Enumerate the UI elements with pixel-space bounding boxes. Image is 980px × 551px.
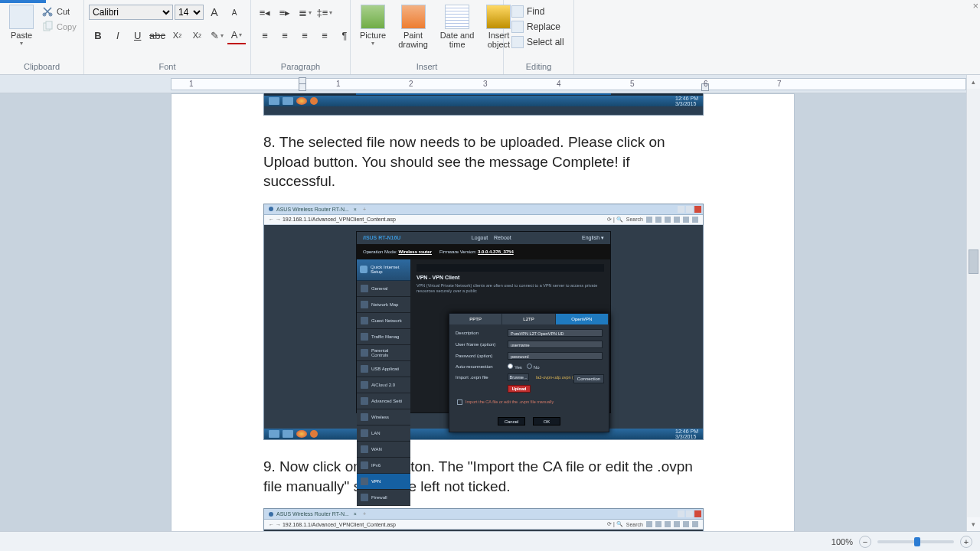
bullets-button[interactable]: ≣ [296,3,314,21]
dec-indent-button[interactable]: ≡◂ [256,3,274,21]
fld-desc: PureVPN L2T OpenVPN UD [508,329,603,337]
zoom-knob[interactable] [914,537,920,546]
align-center-button[interactable]: ≡ [276,26,294,44]
insert-paint-button[interactable]: Paint drawing [394,3,433,51]
router-sb-item: AiCloud 2.0 [357,377,410,393]
d2: 3/3/2015 [675,434,696,439]
t2: 12:46 PM [675,429,698,434]
ry: Yes [514,365,522,370]
asus-favicon [269,207,273,211]
font-name-select[interactable]: Calibri [89,5,173,20]
step8-text[interactable]: 8. The selected file now needs to be upl… [263,132,702,191]
justify-button[interactable]: ≡ [315,26,334,44]
ruler-num: 3 [483,80,488,88]
embedded-image-1[interactable]: 12:46 PM3/3/2015 [263,93,704,116]
tb-time: 12:46 PM [675,96,698,101]
logout-link: Logout [472,235,488,240]
group-editing-label: Editing [504,60,573,74]
line-spacing-button[interactable]: ‡≡ [315,3,334,21]
copy-button[interactable]: Copy [41,20,77,34]
date-icon [445,5,469,29]
scroll-thumb[interactable] [969,249,978,274]
firefox-icon [310,97,318,105]
router-sidebar: Quick InternetSetup GeneralNetwork MapGu… [357,259,410,412]
router-desc: VPN (Virtual Private Network) clients ar… [416,283,604,294]
align-left-button[interactable]: ≡ [256,26,274,44]
router-sb-item: LAN [357,425,410,442]
replace-icon [511,21,524,33]
fld-desc-label: Description [456,331,503,335]
selectall-button[interactable]: Select all [508,35,567,49]
zoom-slider[interactable] [877,540,954,543]
step9-text[interactable]: 9. Now click on OK button. The "Import t… [263,457,702,496]
tab-openvpn: OpenVPN [556,314,609,324]
selectall-label: Select all [527,37,564,47]
url-text: 192.168.1.1/Advanced_VPNClient_Content.a… [283,217,396,222]
paste-label: Paste [11,31,32,40]
strikethrough-button[interactable]: abc [149,26,167,44]
status-bar: 100% − + [0,531,980,551]
cut-button[interactable]: Cut [41,5,77,18]
hanging-indent-marker[interactable] [299,83,306,91]
ruler-num: 2 [409,80,413,88]
font-color-button[interactable]: A [227,26,246,44]
ruler-num: 4 [557,80,561,88]
inc-indent-button[interactable]: ≡▸ [276,3,294,21]
browser-tab-bar: ASUS Wireless Router RT-N... ×+ [264,204,703,215]
superscript-button[interactable]: X2 [188,26,206,44]
ruler-num: 7 [777,80,782,88]
cut-label: Cut [57,7,70,16]
scroll-down-button[interactable]: ▾ [967,517,980,531]
bold-button[interactable]: B [89,26,107,44]
fld-user-label: User Name (option) [456,342,503,347]
find-button[interactable]: Find [508,5,567,18]
paste-button[interactable]: Paste ▾ [5,3,38,48]
router-sb-item: Network Map [357,297,410,313]
zoom-out-button[interactable]: − [859,536,871,548]
group-font-label: Font [84,60,250,74]
connection-button: Connection [573,374,604,383]
ribbon: Paste ▾ Cut Copy Clipboard Calibri 14 A [0,0,980,75]
fld-user: username [508,341,603,348]
zoom-in-button[interactable]: + [960,536,972,548]
mode-v: Wireless router [398,249,432,254]
picture-icon [361,5,385,29]
scroll-up-button[interactable]: ▴ [967,75,980,89]
italic-button[interactable]: I [109,26,127,44]
browser-url-bar: ← → 192.168.1.1/Advanced_VPNClient_Conte… [264,215,703,225]
align-right-button[interactable]: ≡ [296,26,314,44]
fw-k: Firmware Version: [439,249,476,254]
underline-button[interactable]: U [129,26,147,44]
router-sb-item: VPN [357,474,410,490]
insert-picture-button[interactable]: Picture▾ [355,3,390,48]
grow-font-button[interactable]: A [205,3,224,21]
explorer-icon [283,97,293,105]
highlight-button[interactable]: ✎ [207,26,226,44]
router-sb-item: USB Applicati [357,361,410,377]
subscript-button[interactable]: X2 [168,26,187,44]
router-h1: VPN - VPN Client [416,275,604,280]
ruler-num: 6 [704,80,708,88]
zoom-label: 100% [831,537,853,546]
upload-button: Upload [508,385,531,393]
s2: Setup [371,269,410,274]
start-icon [269,97,279,105]
fld-import-label: Import .ovpn file [456,375,503,380]
window-close-icon[interactable]: × [972,0,978,11]
vertical-scrollbar[interactable]: ▴ ▾ [966,75,980,531]
radio-yes [508,364,513,369]
group-paragraph-label: Paragraph [251,60,350,74]
font-size-select[interactable]: 14 [175,5,204,20]
document-viewport[interactable]: 12:46 PM3/3/2015 8. The selected file no… [0,93,966,531]
replace-button[interactable]: Replace [508,20,567,34]
shrink-font-button[interactable]: A [225,3,243,21]
fld-pass-label: Password (option) [456,354,503,358]
page[interactable]: 12:46 PM3/3/2015 8. The selected file no… [171,93,795,531]
embedded-image-3[interactable]: ASUS Wireless Router RT-N...×+ ← → 192.1… [263,508,704,531]
insert-date-button[interactable]: Date and time [436,3,479,51]
replace-label: Replace [527,21,560,32]
search-ph: Search [626,217,643,222]
router-sb-item: Firewall [357,490,410,506]
router-sb-item: Guest Network [357,313,410,329]
embedded-image-2[interactable]: ASUS Wireless Router RT-N... ×+ ← → 192.… [263,204,704,440]
